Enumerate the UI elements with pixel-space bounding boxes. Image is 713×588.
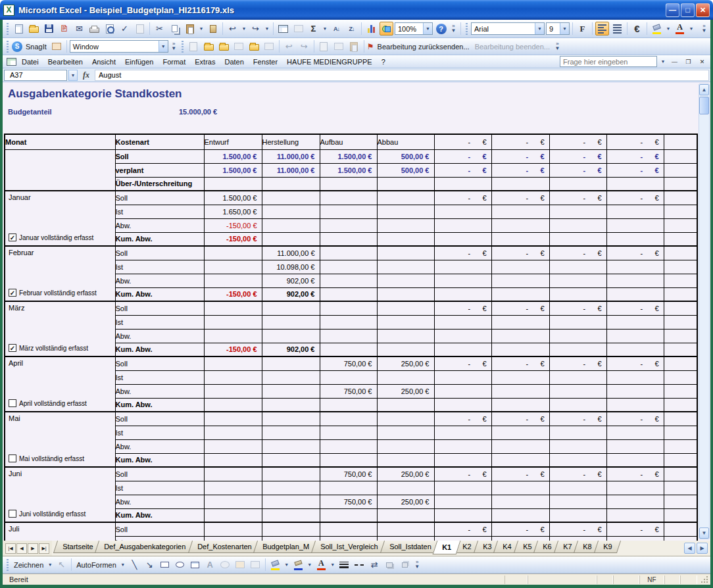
last-sheet-icon[interactable]: ▶|	[39, 543, 49, 554]
value-cell[interactable]	[204, 522, 262, 536]
value-cell[interactable]	[606, 508, 664, 522]
value-cell[interactable]	[664, 177, 697, 191]
line-style-icon[interactable]	[337, 558, 351, 572]
value-cell[interactable]	[377, 453, 434, 467]
value-cell[interactable]	[491, 398, 549, 412]
review-tool-icon[interactable]	[232, 39, 246, 53]
value-cell[interactable]	[664, 218, 697, 232]
row-label-cell[interactable]: Kum. Abw.	[115, 287, 204, 301]
value-cell[interactable]	[664, 163, 697, 177]
value-cell[interactable]	[549, 232, 606, 246]
sheet-tab-Def_Ausgabenkategorien[interactable]: Def_Ausgabenkategorien	[95, 541, 195, 553]
oval-icon[interactable]	[173, 558, 187, 572]
value-cell[interactable]	[664, 232, 697, 246]
value-cell[interactable]	[491, 177, 549, 191]
scroll-right-icon[interactable]: ▶	[697, 543, 708, 554]
value-cell[interactable]	[664, 495, 697, 508]
value-cell[interactable]	[204, 384, 262, 398]
sort-ascending-icon[interactable]: A↓	[330, 22, 343, 36]
value-cell[interactable]	[434, 274, 491, 287]
row-label-cell[interactable]: Abw.	[115, 274, 204, 287]
drawing-menu-dropdown-icon[interactable]: ▼	[47, 558, 53, 572]
row-label-cell[interactable]: Ist	[115, 370, 204, 384]
value-cell[interactable]	[204, 260, 262, 274]
review-tool-icon[interactable]	[202, 39, 216, 53]
row-label-cell[interactable]: Abw.	[115, 218, 204, 232]
month-cell[interactable]: AprilApril vollständig erfasst	[5, 356, 115, 412]
row-label-cell[interactable]: Soll	[115, 301, 204, 315]
row-label-cell[interactable]: Ist	[115, 260, 204, 274]
column-header[interactable]: Aufbau	[320, 134, 377, 149]
value-cell[interactable]	[377, 398, 434, 412]
value-cell[interactable]: 250,00 €	[377, 467, 434, 481]
threed-style-icon[interactable]	[398, 558, 412, 572]
zoom-select[interactable]: 100% ▼	[395, 22, 433, 35]
font-color-dropdown-icon[interactable]: ▼	[330, 558, 336, 572]
value-cell[interactable]	[491, 426, 549, 439]
value-cell[interactable]	[549, 398, 606, 412]
value-cell[interactable]	[204, 177, 262, 191]
fill-color-dropdown-icon[interactable]: ▼	[665, 22, 672, 36]
value-cell[interactable]: - €	[549, 467, 606, 481]
value-cell[interactable]: - €	[549, 191, 606, 205]
value-cell[interactable]	[664, 274, 697, 287]
next-sheet-icon[interactable]: ▶	[28, 543, 38, 554]
value-cell[interactable]	[491, 287, 549, 301]
value-cell[interactable]: 11.000,00 €	[262, 149, 320, 163]
row-label-cell[interactable]: Ist	[115, 481, 204, 495]
row-label-cell[interactable]: Kum. Abw.	[115, 398, 204, 412]
value-cell[interactable]: 902,00 €	[262, 287, 320, 301]
month-complete-checkbox[interactable]: Mai vollständig erfasst	[9, 454, 84, 462]
month-cell[interactable]	[5, 149, 115, 191]
value-cell[interactable]	[606, 287, 664, 301]
value-cell[interactable]	[320, 412, 377, 426]
undo-icon[interactable]: ↩	[226, 22, 239, 36]
value-cell[interactable]	[320, 426, 377, 439]
value-cell[interactable]	[664, 384, 697, 398]
value-cell[interactable]: -150,00 €	[204, 218, 262, 232]
row-label-cell[interactable]: Abw.	[115, 384, 204, 398]
value-cell[interactable]	[320, 191, 377, 205]
value-cell[interactable]	[320, 370, 377, 384]
value-cell[interactable]	[320, 218, 377, 232]
row-label-cell[interactable]: Soll	[115, 246, 204, 260]
value-cell[interactable]	[434, 508, 491, 522]
value-cell[interactable]	[320, 246, 377, 260]
month-cell[interactable]: Juli	[5, 522, 115, 541]
line-color-dropdown-icon[interactable]: ▼	[307, 558, 313, 572]
value-cell[interactable]	[204, 274, 262, 287]
value-cell[interactable]	[664, 149, 697, 163]
value-cell[interactable]	[549, 260, 606, 274]
select-objects-icon[interactable]: ↖	[55, 558, 68, 572]
value-cell[interactable]	[377, 508, 434, 522]
row-label-cell[interactable]: Ist	[115, 205, 204, 218]
toolbar-options-icon[interactable]: »▼	[553, 39, 562, 53]
scroll-left-icon[interactable]: ◀	[684, 543, 695, 554]
autosum-dropdown-icon[interactable]: ▼	[322, 22, 328, 36]
redo-dropdown-icon[interactable]: ▼	[264, 22, 270, 36]
value-cell[interactable]	[549, 205, 606, 218]
value-cell[interactable]: - €	[606, 522, 664, 536]
value-cell[interactable]	[606, 384, 664, 398]
value-cell[interactable]: 1.500,00 €	[204, 149, 262, 163]
value-cell[interactable]	[664, 260, 697, 274]
worksheet[interactable]: Ausgabenkategorie Standkosten Budgetante…	[3, 82, 710, 541]
value-cell[interactable]	[262, 384, 320, 398]
value-cell[interactable]	[262, 301, 320, 315]
value-cell[interactable]	[491, 495, 549, 508]
value-cell[interactable]: 250,00 €	[377, 495, 434, 508]
value-cell[interactable]	[320, 329, 377, 343]
value-cell[interactable]	[606, 343, 664, 356]
value-cell[interactable]: 11.000,00 €	[262, 163, 320, 177]
formula-input[interactable]: August	[95, 70, 709, 81]
value-cell[interactable]	[491, 508, 549, 522]
value-cell[interactable]	[549, 329, 606, 343]
month-complete-checkbox[interactable]: ✓Februar vollständig erfasst	[9, 289, 97, 297]
value-cell[interactable]: 250,00 €	[377, 384, 434, 398]
value-cell[interactable]	[320, 439, 377, 453]
value-cell[interactable]: 500,00 €	[377, 149, 434, 163]
value-cell[interactable]	[320, 301, 377, 315]
cut-icon[interactable]: ✂	[153, 22, 166, 36]
wordart-icon[interactable]: A	[203, 558, 217, 572]
value-cell[interactable]	[262, 329, 320, 343]
